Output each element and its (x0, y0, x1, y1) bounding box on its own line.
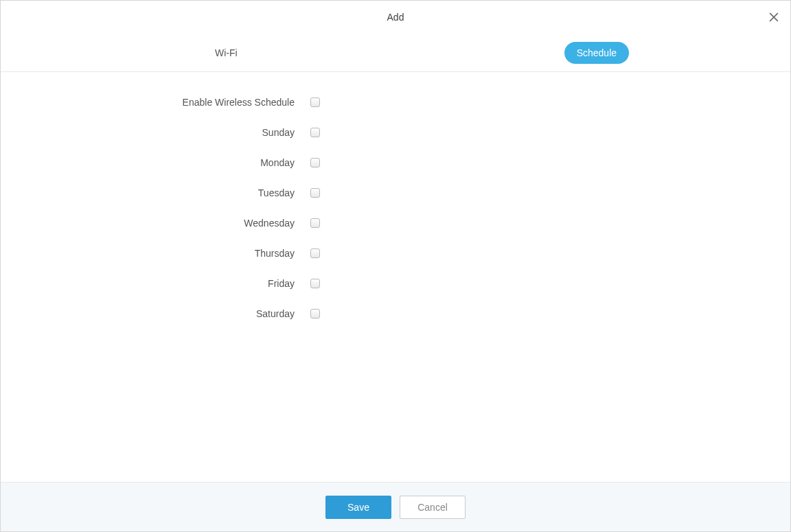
close-icon[interactable] (767, 10, 781, 24)
add-dialog: Add Wi-Fi Schedule Enable Wireless Sched… (0, 0, 791, 532)
label-tuesday: Tuesday (1, 187, 295, 198)
dialog-header: Add (1, 1, 790, 34)
checkbox-saturday[interactable] (310, 309, 320, 319)
checkbox-monday[interactable] (310, 158, 320, 167)
row-enable: Enable Wireless Schedule (1, 87, 790, 117)
label-wednesday: Wednesday (1, 218, 295, 229)
label-thursday: Thursday (1, 248, 295, 259)
row-saturday: Saturday (1, 299, 790, 329)
checkbox-wednesday[interactable] (310, 218, 320, 228)
form-content: Enable Wireless Schedule Sunday Monday T… (1, 72, 790, 482)
tab-schedule[interactable]: Schedule (564, 42, 629, 64)
label-saturday: Saturday (1, 308, 295, 319)
row-wednesday: Wednesday (1, 208, 790, 238)
label-monday: Monday (1, 157, 295, 168)
tab-bar: Wi-Fi Schedule (1, 34, 790, 72)
checkbox-thursday[interactable] (310, 248, 320, 258)
label-enable: Enable Wireless Schedule (1, 97, 295, 108)
tab-wifi[interactable]: Wi-Fi (203, 34, 250, 71)
checkbox-friday[interactable] (310, 279, 320, 288)
row-sunday: Sunday (1, 117, 790, 148)
dialog-title: Add (387, 12, 404, 23)
label-friday: Friday (1, 278, 295, 289)
checkbox-tuesday[interactable] (310, 188, 320, 198)
row-tuesday: Tuesday (1, 178, 790, 208)
cancel-button[interactable]: Cancel (400, 496, 466, 519)
checkbox-enable[interactable] (310, 97, 320, 107)
row-friday: Friday (1, 268, 790, 299)
checkbox-sunday[interactable] (310, 128, 320, 137)
label-sunday: Sunday (1, 127, 295, 138)
save-button[interactable]: Save (325, 496, 391, 519)
dialog-footer: Save Cancel (1, 482, 790, 531)
tab-schedule-button[interactable]: Schedule (564, 42, 629, 64)
row-monday: Monday (1, 148, 790, 178)
row-thursday: Thursday (1, 238, 790, 268)
